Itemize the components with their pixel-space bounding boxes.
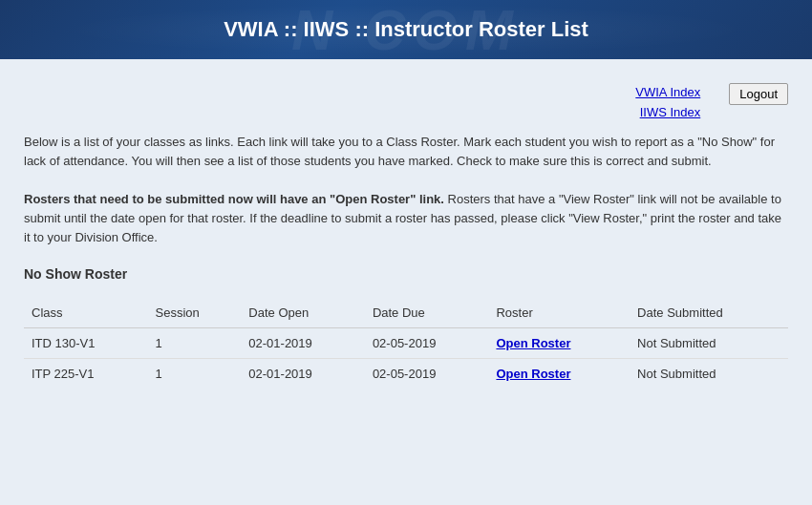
cell-roster: Open Roster — [488, 359, 630, 389]
nav-links: VWIA Index IIWS Index — [635, 83, 700, 123]
page-title: VWIA :: IIWS :: Instructor Roster List — [19, 17, 793, 42]
main-content: VWIA Index IIWS Index Logout Below is a … — [0, 59, 812, 412]
description-bold: Rosters that need to be submitted now wi… — [24, 192, 444, 206]
iiws-index-link[interactable]: IIWS Index — [640, 103, 701, 123]
table-row: ITP 225-V1102-01-201902-05-2019Open Rost… — [24, 359, 788, 389]
open-roster-link[interactable]: Open Roster — [496, 336, 570, 350]
roster-table-header: Class Session Date Open Date Due Roster … — [24, 301, 788, 328]
cell-date-submitted: Not Submitted — [630, 328, 788, 359]
vwia-index-link[interactable]: VWIA Index — [635, 83, 700, 103]
logout-button[interactable]: Logout — [729, 83, 788, 105]
roster-table-body: ITD 130-V1102-01-201902-05-2019Open Rost… — [24, 328, 788, 389]
cell-date-open: 02-01-2019 — [241, 328, 365, 359]
cell-date-due: 02-05-2019 — [365, 359, 489, 389]
col-date-open: Date Open — [241, 301, 365, 328]
cell-date-due: 02-05-2019 — [365, 328, 489, 359]
cell-class: ITP 225-V1 — [24, 359, 148, 389]
description-paragraph2: Rosters that need to be submitted now wi… — [24, 190, 788, 247]
cell-roster: Open Roster — [488, 328, 630, 359]
top-nav: VWIA Index IIWS Index Logout — [24, 74, 788, 123]
logout-section: Logout — [729, 83, 788, 105]
page-header: N COM VWIA :: IIWS :: Instructor Roster … — [0, 0, 812, 59]
cell-date-open: 02-01-2019 — [241, 359, 365, 389]
col-date-due: Date Due — [365, 301, 489, 328]
col-session: Session — [148, 301, 242, 328]
description-block: Below is a list of your classes as links… — [24, 133, 788, 248]
col-class: Class — [24, 301, 148, 328]
cell-session: 1 — [148, 359, 242, 389]
roster-section-title: No Show Roster — [24, 266, 788, 286]
cell-date-submitted: Not Submitted — [630, 359, 788, 389]
open-roster-link[interactable]: Open Roster — [496, 367, 570, 381]
cell-class: ITD 130-V1 — [24, 328, 148, 359]
header-row: Class Session Date Open Date Due Roster … — [24, 301, 788, 328]
col-date-submitted: Date Submitted — [630, 301, 788, 328]
cell-session: 1 — [148, 328, 242, 359]
description-paragraph1: Below is a list of your classes as links… — [24, 133, 788, 171]
table-row: ITD 130-V1102-01-201902-05-2019Open Rost… — [24, 328, 788, 359]
col-roster: Roster — [488, 301, 630, 328]
roster-section: No Show Roster Class Session Date Open D… — [24, 266, 788, 389]
roster-table: Class Session Date Open Date Due Roster … — [24, 301, 788, 389]
